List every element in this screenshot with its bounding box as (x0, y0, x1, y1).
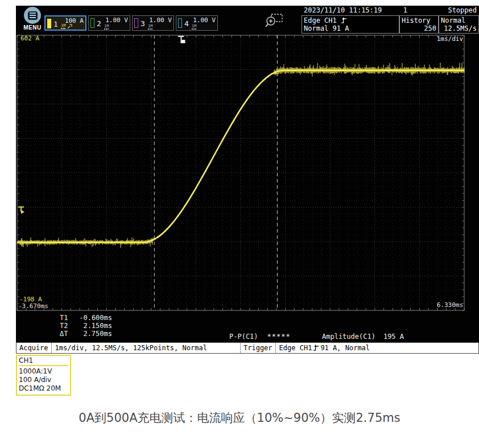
sample-rate: 12.5MS/s (441, 24, 477, 32)
channel-3-button[interactable]: 3 1.00 V 1M (132, 15, 174, 31)
channel-3-color-swatch (134, 18, 138, 28)
history-box[interactable]: History 250 (399, 15, 439, 34)
status-bar: Acquire 1ms/div, 12.5MS/s, 125kPoints, N… (16, 342, 479, 354)
menu-button[interactable]: MENU (19, 7, 46, 31)
trigger-info-box[interactable]: Edge CH1 Normal 91 A (302, 15, 399, 34)
channel-1-number: 1 (53, 20, 58, 28)
channel-2-color-swatch (90, 18, 94, 28)
trigger-status[interactable]: Trigger Edge CH1 91 A, Normal (240, 343, 373, 353)
trigger-type: Edge CH1 (304, 16, 337, 24)
acquisition-count: 1 (403, 6, 407, 14)
channel-4-button[interactable]: 4 1.00 V 1M (176, 15, 218, 31)
t1-label: T1 (60, 314, 75, 322)
channel-1-color-swatch (47, 19, 51, 28)
channel-1-info-box[interactable]: CH1 1000A:1V 100 A/div DC1MΩ 20M (16, 355, 71, 396)
channel-3-number: 3 (141, 19, 145, 28)
status-row: 2023/11/10 11:15:19 1 Stopped (302, 6, 478, 15)
impedance-1M-icon: 1M (104, 24, 109, 30)
channel-4-color-swatch (178, 18, 182, 28)
menu-label: MENU (19, 24, 46, 31)
time-start-label: -3.670ms (18, 302, 48, 310)
pp-measurement: P-P(C1)***** (229, 333, 291, 341)
acquire-label: Acquire (16, 343, 52, 353)
hamburger-icon (24, 7, 41, 24)
channel-4-number: 4 (184, 19, 189, 28)
acq-mode-label: Normal (441, 16, 477, 24)
acquire-status[interactable]: Acquire 1ms/div, 12.5MS/s, 125kPoints, N… (16, 343, 210, 353)
caption: 0A到500A充电测试：电流响应（10%~90%）实测2.75ms (0, 410, 479, 426)
trigger-settings-pre: Edge CH1 (279, 344, 312, 352)
channel-2-scale: 1.00 V (105, 16, 128, 24)
datetime: 2023/11/10 11:15:19 (304, 6, 382, 14)
zoom-search-icon (264, 13, 284, 28)
cursor-readout: T1-0.600ms T22.150ms ΔT2.750ms (60, 314, 112, 338)
t1-value: -0.600ms (75, 314, 112, 322)
top-bar: MENU 1 100 A 1M 2 1.00 V 1M (16, 6, 479, 34)
channel-1-button[interactable]: 1 100 A 1M (44, 15, 86, 31)
acquire-settings: 1ms/div, 12.5MS/s, 125kPoints, Normal (52, 344, 210, 352)
coupling-bandwidth: DC1MΩ 20M (19, 384, 68, 393)
probe-ratio: 1000A:1V (19, 367, 68, 376)
channel-3-scale: 1.00 V (149, 16, 172, 24)
history-count: 250 (402, 24, 436, 32)
y-axis-top-label: 602 A (20, 35, 39, 42)
t2-label: T2 (60, 322, 75, 330)
channel-4-scale: 1.00 V (193, 16, 216, 24)
channel-2-button[interactable]: 2 1.00 V 1M (88, 15, 130, 31)
measurement-strip: T1-0.600ms T22.150ms ΔT2.750ms P-P(C1)**… (16, 312, 479, 342)
waveform-svg (16, 34, 479, 312)
t2-value: 2.150ms (75, 322, 112, 330)
amplitude-measurement: Amplitude(C1)195 A (322, 333, 404, 341)
pp-label: P-P(C1) (229, 333, 258, 341)
page: MENU 1 100 A 1M 2 1.00 V 1M (0, 0, 479, 448)
trigger-settings-post: 91 A, Normal (320, 344, 370, 352)
oscilloscope-screen: MENU 1 100 A 1M 2 1.00 V 1M (16, 6, 479, 354)
amplitude-value: 195 A (383, 333, 404, 341)
trigger-level-text: Normal 91 A (304, 24, 397, 32)
channel-info-title: CH1 (19, 356, 68, 366)
impedance-1M-icon: 1M (148, 24, 152, 30)
time-end-label: 6.330ms (437, 301, 463, 309)
run-state: Stopped (448, 6, 477, 14)
impedance-1M-icon: 1M (61, 23, 65, 29)
dt-value: 2.750ms (75, 330, 112, 338)
amplitude-label: Amplitude(C1) (322, 333, 375, 341)
rising-edge-icon (313, 345, 319, 351)
channel-2-number: 2 (97, 19, 101, 28)
impedance-1M-icon: 1M (192, 24, 196, 30)
trigger-label: Trigger (241, 343, 276, 353)
waveform-display[interactable]: 602 A 1ms/div -198 A -3.670ms 6.330ms (16, 34, 479, 312)
history-label: History (402, 16, 436, 24)
probe-icon (67, 24, 72, 29)
pp-value: ***** (267, 333, 291, 341)
dt-label: ΔT (60, 330, 75, 338)
timebase-label: 1ms/div (437, 35, 463, 43)
rising-edge-icon (341, 17, 347, 24)
zoom-search-button[interactable] (264, 13, 284, 31)
vertical-scale: 100 A/div (19, 376, 68, 384)
acquisition-mode-box[interactable]: Normal 12.5MS/s (439, 15, 479, 34)
